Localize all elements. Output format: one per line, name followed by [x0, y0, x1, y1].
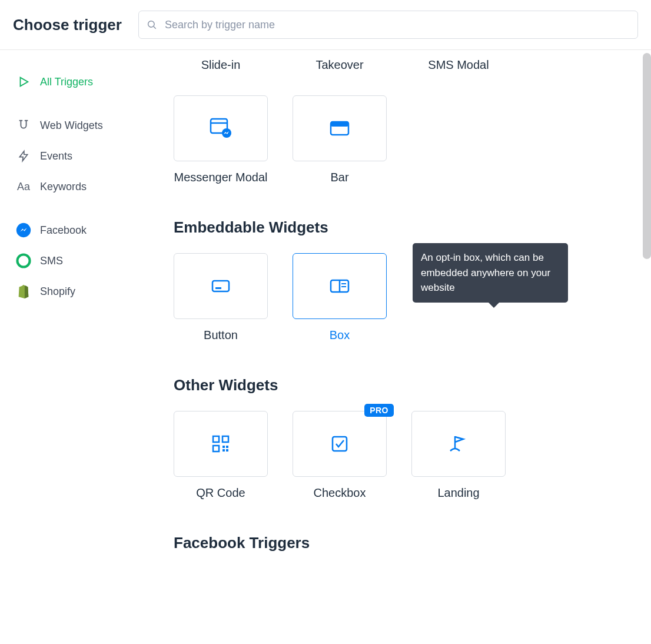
svg-line-1 [154, 26, 156, 29]
sidebar-item-label: SMS [40, 255, 63, 267]
card-label: Box [330, 328, 350, 342]
sidebar-item-label: Shopify [40, 286, 75, 298]
svg-marker-5 [19, 151, 27, 161]
card-box[interactable] [174, 253, 268, 319]
svg-point-0 [148, 21, 155, 28]
trigger-card-bar[interactable]: Bar [293, 95, 387, 184]
landing-icon [448, 433, 469, 454]
tooltip: An opt-in box, which can be embedded any… [413, 243, 568, 303]
tooltip-text: An opt-in box, which can be embedded any… [421, 252, 550, 293]
card-box[interactable] [293, 411, 387, 477]
sidebar-item-facebook[interactable]: Facebook [13, 215, 142, 245]
scrollbar[interactable] [643, 53, 651, 259]
shopify-icon [15, 284, 32, 299]
search-icon [147, 19, 157, 30]
content-area[interactable]: Slide-in Takeover SMS Modal Mes [150, 50, 651, 642]
svg-rect-24 [226, 449, 228, 452]
svg-marker-2 [21, 78, 28, 87]
sidebar: All Triggers Web Widgets Events Aa [0, 50, 150, 642]
sidebar-item-events[interactable]: Events [13, 141, 142, 171]
section-title: Other Widgets [174, 376, 627, 394]
card-box[interactable] [411, 411, 506, 477]
trigger-card-button[interactable]: Button [174, 253, 268, 342]
card-box[interactable] [174, 411, 268, 477]
lightning-icon [15, 150, 32, 162]
checkbox-icon [330, 434, 350, 454]
svg-point-8 [21, 258, 26, 264]
sidebar-item-all-triggers[interactable]: All Triggers [13, 67, 142, 97]
sidebar-item-label: Facebook [40, 224, 87, 237]
sidebar-item-label: All Triggers [40, 76, 93, 88]
svg-rect-22 [213, 446, 219, 452]
svg-rect-20 [213, 436, 219, 442]
messenger-circle-icon [15, 223, 32, 238]
card-box[interactable] [293, 95, 387, 161]
trigger-card-messenger-modal[interactable]: Messenger Modal [174, 95, 268, 184]
sidebar-item-sms[interactable]: SMS [13, 245, 142, 276]
card-label: Button [204, 328, 238, 342]
sidebar-item-label: Events [40, 150, 72, 162]
svg-rect-14 [212, 281, 229, 291]
trigger-card-qr[interactable]: QR Code [174, 411, 268, 500]
svg-rect-25 [222, 449, 225, 452]
search-input[interactable] [138, 11, 638, 39]
sidebar-item-shopify[interactable]: Shopify [13, 276, 142, 307]
button-icon [211, 278, 231, 294]
bar-icon [329, 119, 350, 137]
page-title: Choose trigger [13, 16, 122, 34]
svg-rect-27 [333, 437, 347, 451]
box-icon [329, 278, 350, 294]
sidebar-item-keywords[interactable]: Aa Keywords [13, 171, 142, 202]
trigger-card-landing[interactable]: Landing [411, 411, 506, 500]
trigger-row: Slide-in Takeover SMS Modal [174, 58, 627, 72]
qr-icon [211, 434, 231, 454]
messenger-modal-icon [209, 117, 232, 140]
card-label: Checkbox [314, 486, 366, 500]
svg-rect-13 [331, 122, 348, 127]
card-label: Takeover [293, 58, 387, 72]
card-box[interactable] [174, 95, 268, 161]
card-box[interactable] [293, 253, 387, 319]
magnet-icon [15, 119, 32, 132]
svg-rect-21 [222, 436, 228, 442]
chat-circle-icon [15, 253, 32, 268]
search-wrapper [138, 11, 638, 39]
sidebar-item-label: Web Widgets [40, 119, 103, 132]
card-label: Landing [437, 486, 479, 500]
sidebar-item-label: Keywords [40, 181, 87, 193]
svg-rect-26 [226, 446, 228, 448]
card-label: Messenger Modal [174, 171, 268, 184]
section-grid-other: QR Code PRO Checkbox [174, 411, 627, 500]
play-icon [15, 75, 32, 88]
card-label: Bar [330, 171, 348, 184]
card-label: Slide-in [174, 58, 268, 72]
card-label: QR Code [196, 486, 245, 500]
card-label: SMS Modal [411, 58, 506, 72]
trigger-card-checkbox[interactable]: PRO Checkbox [293, 411, 387, 500]
svg-rect-23 [222, 446, 225, 448]
pro-badge: PRO [364, 404, 394, 417]
section-title: Facebook Triggers [174, 534, 627, 552]
sidebar-item-web-widgets[interactable]: Web Widgets [13, 110, 142, 141]
section-title: Embeddable Widgets [174, 218, 627, 237]
body: All Triggers Web Widgets Events Aa [0, 50, 651, 642]
trigger-card-box[interactable]: Box [293, 253, 387, 342]
svg-rect-15 [215, 287, 221, 289]
header: Choose trigger [0, 0, 651, 50]
trigger-row: Messenger Modal Bar [174, 95, 627, 184]
text-aa-icon: Aa [15, 181, 32, 193]
